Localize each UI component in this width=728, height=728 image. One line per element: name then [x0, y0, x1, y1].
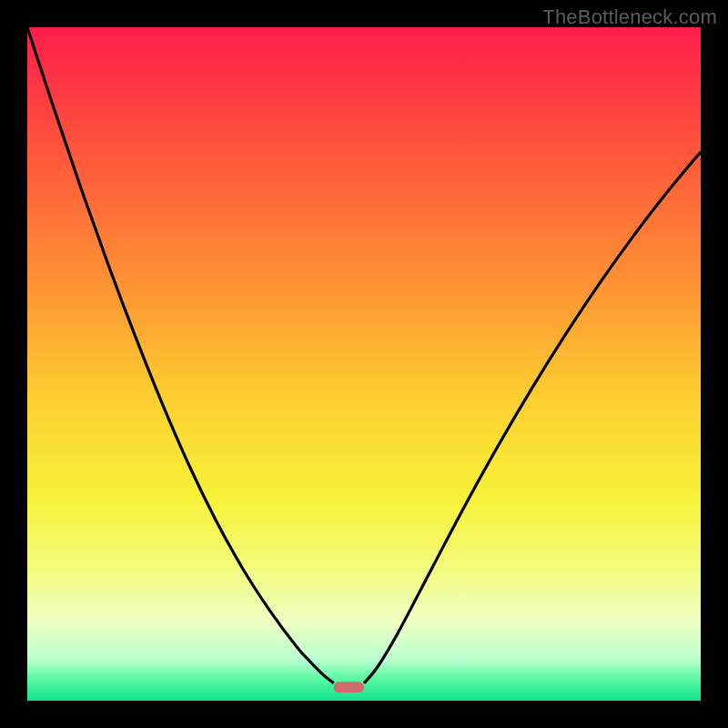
- watermark-label: TheBottleneck.com: [542, 5, 717, 29]
- bottom-marker: [334, 682, 364, 693]
- gradient-background: [27, 27, 701, 701]
- bottleneck-chart: [27, 27, 701, 701]
- outer-frame: TheBottleneck.com: [0, 0, 728, 728]
